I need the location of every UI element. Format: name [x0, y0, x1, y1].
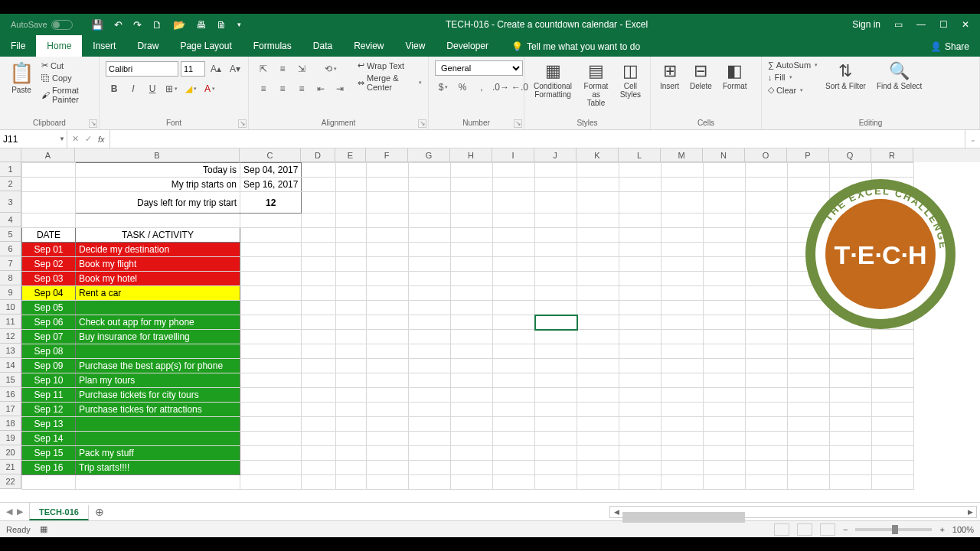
new-icon[interactable]: 🗋	[152, 19, 162, 31]
cell[interactable]	[493, 475, 535, 490]
cell[interactable]	[662, 257, 704, 272]
cell[interactable]	[451, 359, 493, 373]
cell[interactable]: Sep 02	[22, 257, 76, 272]
cell[interactable]	[451, 432, 493, 446]
cell[interactable]	[872, 163, 914, 178]
copy-button[interactable]: ⿻Copy	[41, 73, 93, 83]
cell[interactable]	[367, 243, 409, 257]
row-header[interactable]: 3	[0, 191, 21, 213]
cell[interactable]	[746, 344, 788, 359]
cell[interactable]	[367, 178, 409, 192]
grow-font-icon[interactable]: A▴	[207, 60, 224, 77]
cell[interactable]	[619, 178, 662, 192]
wrap-text-button[interactable]: ↩Wrap Text	[358, 60, 422, 70]
row-header[interactable]: 20	[0, 445, 21, 460]
cell[interactable]	[409, 373, 451, 388]
cell[interactable]	[336, 475, 367, 490]
col-header[interactable]: F	[366, 148, 408, 162]
cell[interactable]	[619, 330, 662, 344]
tab-page-layout[interactable]: Page Layout	[169, 35, 242, 57]
cell[interactable]	[619, 286, 662, 301]
alignment-dialog-icon[interactable]: ↘	[418, 119, 426, 128]
cell[interactable]	[746, 432, 788, 446]
cell[interactable]	[704, 315, 746, 330]
cell[interactable]	[788, 373, 830, 388]
cell[interactable]	[577, 330, 619, 344]
cell[interactable]: Sep 04, 2017	[240, 163, 302, 178]
cancel-formula-icon[interactable]: ✕	[72, 134, 79, 144]
cell[interactable]	[493, 286, 535, 301]
sign-in-link[interactable]: Sign in	[852, 19, 880, 30]
cell[interactable]	[451, 257, 493, 272]
cell[interactable]	[704, 432, 746, 446]
cell[interactable]	[788, 417, 830, 432]
cell[interactable]	[451, 417, 493, 432]
cell[interactable]	[240, 228, 302, 243]
cell[interactable]	[746, 315, 788, 330]
row-header[interactable]: 16	[0, 387, 21, 402]
cell[interactable]	[409, 301, 451, 315]
cell[interactable]: Check out app for my phone	[76, 315, 240, 330]
cell[interactable]	[302, 178, 336, 192]
zoom-level[interactable]: 100%	[952, 525, 974, 534]
cell[interactable]	[367, 359, 409, 373]
cell[interactable]	[451, 272, 493, 286]
cell[interactable]	[704, 257, 746, 272]
cell[interactable]	[409, 272, 451, 286]
cell[interactable]	[788, 163, 830, 178]
cell[interactable]	[619, 475, 662, 490]
borders-button[interactable]: ⊞	[163, 80, 180, 97]
col-header[interactable]: L	[619, 148, 661, 162]
cell[interactable]	[451, 192, 493, 214]
cell[interactable]	[336, 178, 367, 192]
cell[interactable]	[535, 475, 577, 490]
cell[interactable]	[367, 192, 409, 214]
cell[interactable]: Book my flight	[76, 257, 240, 272]
cell[interactable]	[619, 243, 662, 257]
cell[interactable]	[302, 257, 336, 272]
cell[interactable]	[788, 388, 830, 403]
cell[interactable]	[302, 403, 336, 417]
tab-file[interactable]: File	[0, 35, 36, 57]
cell[interactable]	[662, 388, 704, 403]
cell[interactable]	[746, 243, 788, 257]
cell[interactable]: Sep 01	[22, 243, 76, 257]
cell[interactable]	[704, 344, 746, 359]
bold-button[interactable]: B	[106, 80, 122, 97]
tab-review[interactable]: Review	[343, 35, 394, 57]
cell[interactable]	[830, 461, 872, 475]
cell[interactable]	[493, 373, 535, 388]
open-icon[interactable]: 📂	[173, 19, 185, 31]
cell[interactable]	[22, 178, 76, 192]
cut-button[interactable]: ✂Cut	[41, 60, 93, 70]
cell[interactable]	[336, 257, 367, 272]
cell[interactable]	[577, 178, 619, 192]
cell[interactable]	[302, 214, 336, 228]
cell[interactable]	[746, 403, 788, 417]
cell[interactable]	[662, 461, 704, 475]
fill-color-button[interactable]: ◢	[182, 80, 199, 97]
align-top-icon[interactable]: ⇱	[255, 60, 272, 77]
cell[interactable]	[704, 461, 746, 475]
cell[interactable]	[535, 315, 577, 330]
col-header[interactable]: I	[492, 148, 534, 162]
cell[interactable]	[872, 344, 914, 359]
row-header[interactable]: 15	[0, 373, 21, 387]
cell[interactable]	[704, 301, 746, 315]
cell[interactable]	[493, 214, 535, 228]
cell[interactable]	[409, 461, 451, 475]
cell[interactable]: Sep 13	[22, 417, 76, 432]
cell[interactable]	[336, 461, 367, 475]
align-left-icon[interactable]: ≡	[255, 80, 272, 97]
cell[interactable]	[451, 403, 493, 417]
format-painter-button[interactable]: 🖌Format Painter	[41, 86, 93, 104]
cell[interactable]	[662, 446, 704, 461]
cell[interactable]	[704, 243, 746, 257]
cell[interactable]	[409, 446, 451, 461]
cell[interactable]	[577, 315, 619, 330]
share-button[interactable]: 👤 Share	[920, 37, 980, 57]
cell[interactable]	[788, 461, 830, 475]
number-dialog-icon[interactable]: ↘	[514, 119, 522, 128]
cell[interactable]	[22, 214, 76, 228]
cell[interactable]	[240, 461, 302, 475]
